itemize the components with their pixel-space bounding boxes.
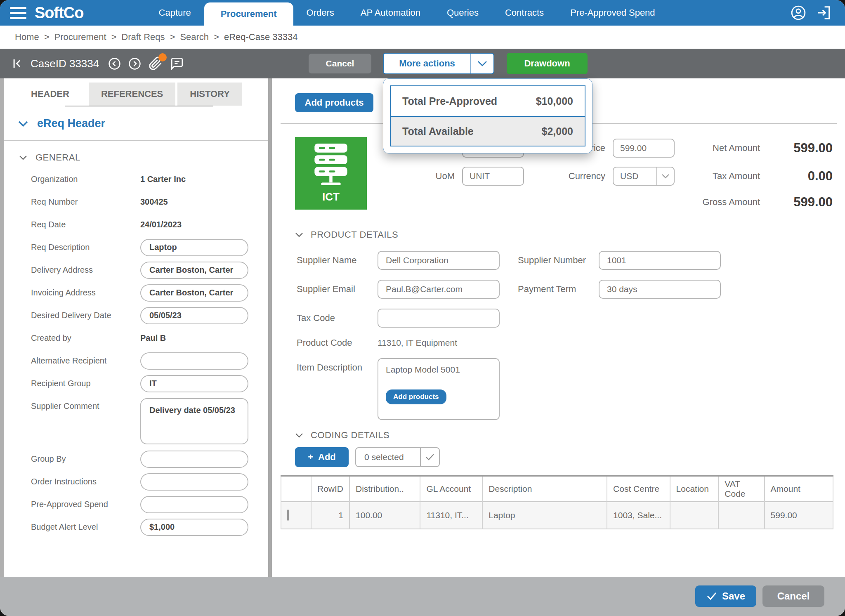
chevron-down-icon[interactable] (471, 54, 493, 73)
left-panel-tabs: HEADER REFERENCES HISTORY (4, 83, 268, 106)
item-description-textarea[interactable]: Laptop Model 5001 Add products (378, 358, 500, 420)
tab-history[interactable]: HISTORY (177, 83, 242, 106)
pre-approved-spend-dropdown: Total Pre-Approved $10,000 Total Availab… (383, 78, 592, 153)
recipient-group-input[interactable]: IT (140, 375, 248, 392)
field-label: Supplier Comment (31, 398, 140, 411)
supplier-number-input[interactable]: 1001 (599, 251, 721, 270)
pre-approved-spend-input[interactable] (140, 496, 248, 513)
created-by-value: Paul B (140, 333, 166, 343)
chevron-down-icon (295, 232, 303, 237)
breadcrumb-separator: > (170, 32, 175, 42)
collapse-panel-icon[interactable] (11, 57, 23, 70)
checkmark-icon[interactable] (420, 448, 439, 466)
supplier-email-input[interactable]: Paul.B@Carter.com (378, 280, 500, 299)
breadcrumb-procurement[interactable]: Procurement (54, 32, 106, 42)
more-actions-button[interactable]: More actions (383, 53, 494, 74)
payment-term-input[interactable]: 30 days (599, 280, 721, 299)
next-case-icon[interactable] (128, 57, 141, 70)
nav-item-contracts[interactable]: Contracts (492, 7, 557, 18)
check-icon (706, 592, 717, 600)
uom-input[interactable]: UNIT (462, 167, 524, 186)
supplier-number-label: Supplier Number (518, 255, 599, 266)
currency-value: USD (614, 168, 656, 185)
header-panel: HEADER REFERENCES HISTORY eReq Header GE… (4, 78, 268, 577)
more-actions-label: More actions (384, 54, 470, 73)
tab-header[interactable]: HEADER (31, 83, 87, 106)
comments-icon[interactable] (170, 57, 184, 71)
hamburger-menu-icon[interactable] (10, 7, 26, 19)
selected-count-label: 0 selected (356, 448, 420, 466)
budget-alert-level-input[interactable]: $1,000 (140, 519, 248, 536)
dropdown-row-total-available[interactable]: Total Available $2,000 (391, 116, 585, 146)
col-location: Location (670, 476, 719, 502)
general-group-toggle[interactable]: GENERAL (19, 152, 268, 163)
col-amount: Amount (765, 476, 833, 502)
cancel-button[interactable]: Cancel (762, 585, 824, 607)
nav-item-orders[interactable]: Orders (293, 7, 347, 18)
left-scrollbar-track[interactable] (0, 78, 4, 577)
general-fields: Organization 1 Carter Inc Req Number 300… (31, 168, 268, 538)
nav-item-queries[interactable]: Queries (434, 7, 492, 18)
top-nav: SoftCo Capture Procurement Orders AP Aut… (0, 0, 845, 26)
req-date-value: 24/01/2023 (140, 220, 182, 229)
currency-select[interactable]: USD (613, 167, 675, 186)
selected-rows-control[interactable]: 0 selected (355, 447, 440, 467)
field-label: Req Description (31, 243, 140, 252)
supplier-comment-textarea[interactable]: Delivery date 05/05/23 (140, 398, 248, 444)
attachments-icon[interactable] (149, 57, 163, 71)
ereq-header-section-toggle[interactable]: eReq Header (18, 117, 268, 130)
product-category-label: ICT (322, 191, 340, 203)
dropdown-row-total-pre-approved[interactable]: Total Pre-Approved $10,000 (391, 86, 585, 116)
attachment-badge (158, 53, 167, 61)
invoicing-address-input[interactable]: Carter Boston, Carter (140, 284, 248, 302)
coding-details-toggle[interactable]: CODING DETAILS (295, 430, 845, 441)
cell-description: Laptop (482, 502, 607, 529)
product-details-toggle[interactable]: PRODUCT DETAILS (295, 229, 845, 240)
nav-item-procurement[interactable]: Procurement (204, 2, 293, 26)
section-divider (4, 140, 268, 141)
table-row[interactable]: 1 100.00 11310, IT... Laptop 1003, Sale.… (281, 502, 833, 529)
drawdown-button[interactable]: Drawdown (507, 53, 588, 74)
previous-case-icon[interactable] (108, 57, 121, 70)
nav-item-pre-approved-spend[interactable]: Pre-Approved Spend (557, 7, 668, 18)
field-label: Pre-Approved Spend (31, 500, 140, 509)
add-products-inline-button[interactable]: Add products (386, 389, 446, 404)
panel-divider[interactable] (268, 78, 272, 577)
delivery-address-input[interactable]: Carter Boston, Carter (140, 262, 248, 279)
product-details-fields: Supplier Name Dell Corporation Supplier … (297, 251, 845, 420)
product-category-tile: ICT (295, 137, 367, 210)
cell-gl-account: 11310, IT... (420, 502, 482, 529)
save-button[interactable]: Save (695, 585, 756, 607)
supplier-email-label: Supplier Email (297, 284, 378, 295)
coding-details-title: CODING DETAILS (311, 430, 389, 441)
order-instructions-input[interactable] (140, 473, 248, 491)
group-by-input[interactable] (140, 451, 248, 468)
col-description: Description (482, 476, 607, 502)
cancel-case-button[interactable]: Cancel (309, 54, 371, 73)
chevron-down-icon (19, 155, 27, 160)
unit-price-input[interactable]: 599.00 (613, 139, 675, 158)
breadcrumb-search[interactable]: Search (180, 32, 209, 42)
req-description-input[interactable]: Laptop (140, 239, 248, 256)
tab-references[interactable]: REFERENCES (89, 83, 175, 106)
cell-location (670, 502, 719, 529)
field-row-group-by: Group By (31, 448, 268, 470)
tax-code-input[interactable] (378, 309, 500, 328)
add-coding-row-button[interactable]: + Add (295, 447, 349, 467)
desired-delivery-date-input[interactable]: 05/05/23 (140, 307, 248, 324)
nav-item-capture[interactable]: Capture (146, 7, 204, 18)
supplier-name-input[interactable]: Dell Corporation (378, 251, 500, 270)
row-checkbox[interactable] (287, 510, 289, 521)
breadcrumb-separator: > (44, 32, 50, 42)
tax-amount-label: Tax Amount (683, 171, 767, 182)
add-products-button[interactable]: Add products (295, 93, 373, 112)
alternative-recipient-input[interactable] (140, 352, 248, 370)
breadcrumb-draft-reqs[interactable]: Draft Reqs (121, 32, 165, 42)
nav-item-ap-automation[interactable]: AP Automation (347, 7, 434, 18)
field-row-delivery-address: Delivery Address Carter Boston, Carter (31, 259, 268, 281)
logout-icon[interactable] (816, 5, 832, 21)
breadcrumb-home[interactable]: Home (15, 32, 39, 42)
coding-actions: + Add 0 selected (295, 447, 845, 467)
user-profile-icon[interactable] (791, 5, 806, 21)
case-toolbar: CaseID 33334 (0, 49, 845, 78)
